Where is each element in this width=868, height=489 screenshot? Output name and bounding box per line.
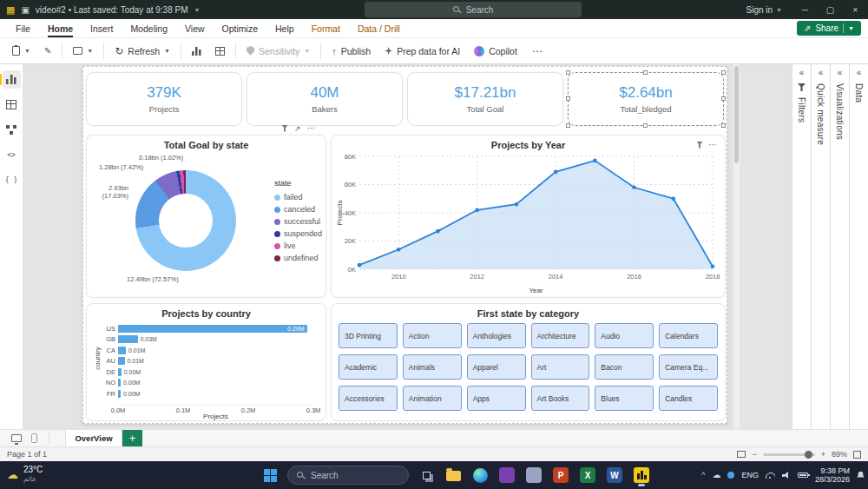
category-tile-3d-printing[interactable]: 3D Printing <box>339 323 398 348</box>
data-point-marker[interactable] <box>711 264 715 268</box>
bar-row-no[interactable]: NO0.00M <box>118 378 313 389</box>
menu-tab-modeling[interactable]: Modeling <box>122 19 176 37</box>
format-painter-button[interactable]: ✎ <box>41 43 55 58</box>
legend-item-undefined[interactable]: undefined <box>274 252 322 264</box>
bar-row-au[interactable]: AU0.01M <box>118 356 313 367</box>
paste-button[interactable]: ▼ <box>9 43 34 58</box>
selection-handle[interactable] <box>566 96 570 101</box>
canvas-scrollbar[interactable] <box>733 64 740 429</box>
bar-row-de[interactable]: DE0.00M <box>118 367 313 378</box>
ribbon-more-button[interactable]: ⋯ <box>528 45 547 57</box>
taskbar-excel-button[interactable]: X <box>576 464 599 486</box>
report-page[interactable]: 379KProjects40MBakers$17.21bnTotal Goal$… <box>82 66 727 424</box>
category-tile-accessories[interactable]: Accessories <box>339 386 398 411</box>
menu-tab-optimize[interactable]: Optimize <box>214 19 266 37</box>
global-search-box[interactable]: Search <box>365 2 582 17</box>
bar[interactable] <box>118 335 138 343</box>
expand-pane-icon[interactable]: « <box>857 69 862 77</box>
line-chart-visual[interactable]: ⋯ Projects by Year 0K20K40K60K80K2010201… <box>331 135 726 298</box>
data-point-marker[interactable] <box>436 229 440 234</box>
category-tile-anthologies[interactable]: Anthologies <box>467 323 526 348</box>
category-buttons-visual[interactable]: First state by category 3D PrintingActio… <box>331 303 726 421</box>
taskbar-powerpoint-button[interactable]: P <box>549 464 572 486</box>
category-tile-audio[interactable]: Audio <box>595 323 654 348</box>
report-view-button[interactable] <box>3 70 21 89</box>
page-tab-overview[interactable]: OverView <box>65 430 122 447</box>
language-indicator[interactable]: ENG <box>741 471 759 479</box>
bar-row-us[interactable]: US0.29M <box>118 323 313 334</box>
kpi-card-bakers[interactable]: 40MBakers <box>247 72 403 126</box>
category-tile-apparel[interactable]: Apparel <box>467 354 526 380</box>
category-tile-calendars[interactable]: Calendars <box>659 323 718 348</box>
pane-visualizations[interactable]: «Visualizations <box>830 64 849 429</box>
data-point-marker[interactable] <box>671 196 675 201</box>
menu-tab-home[interactable]: Home <box>39 19 82 37</box>
report-canvas[interactable]: 379KProjects40MBakers$17.21bnTotal Goal$… <box>23 64 792 429</box>
maximize-button[interactable]: ▢ <box>818 0 843 19</box>
model-view-button[interactable] <box>3 121 21 139</box>
bar-row-ca[interactable]: CA0.01M <box>118 345 313 356</box>
selection-handle[interactable] <box>721 123 726 128</box>
onedrive-cloud-icon[interactable]: ☁ <box>712 471 720 479</box>
legend-item-suspended[interactable]: suspended <box>274 228 322 240</box>
data-point-marker[interactable] <box>358 263 362 268</box>
more-options-icon[interactable]: ⋯ <box>307 123 316 133</box>
zoom-slider[interactable] <box>763 453 815 456</box>
zoom-slider-thumb[interactable] <box>805 451 812 459</box>
menu-tab-file[interactable]: File <box>7 19 39 37</box>
donut-chart-visual[interactable]: Total Goal by state 0.18bn (1.02%) 1.28b… <box>86 135 326 298</box>
save-icon[interactable]: ▣ <box>21 5 29 15</box>
battery-icon[interactable] <box>798 472 808 478</box>
selection-handle[interactable] <box>643 70 648 75</box>
menu-tab-insert[interactable]: Insert <box>82 19 122 37</box>
notification-bell-icon[interactable] <box>857 472 865 479</box>
data-point-marker[interactable] <box>397 248 401 252</box>
fullscreen-icon[interactable] <box>853 451 861 459</box>
category-tile-academic[interactable]: Academic <box>339 354 398 380</box>
fit-to-page-icon[interactable] <box>737 451 746 458</box>
selection-handle[interactable] <box>566 123 570 128</box>
menu-tab-help[interactable]: Help <box>266 19 303 37</box>
mobile-view-icon[interactable] <box>31 433 37 443</box>
category-tile-blues[interactable]: Blues <box>595 386 654 411</box>
copilot-button[interactable]: Copilot <box>470 43 521 59</box>
more-options-icon[interactable]: ⋯ <box>708 140 717 149</box>
pane-data[interactable]: «Data <box>849 64 868 429</box>
taskbar-search-box[interactable]: Search <box>287 466 409 485</box>
refresh-button[interactable]: ↻Refresh▼ <box>111 43 174 59</box>
new-table-button[interactable] <box>212 44 228 58</box>
scrollbar-thumb[interactable] <box>734 66 739 163</box>
hidden-icons-chevron[interactable]: ^ <box>701 471 705 479</box>
kpi-card-projects[interactable]: 379KProjects <box>86 72 242 126</box>
zoom-out-button[interactable]: − <box>752 450 756 459</box>
expand-pane-icon[interactable]: « <box>799 69 805 77</box>
pane-filters[interactable]: «Filters <box>792 64 811 429</box>
new-visual-button[interactable] <box>188 44 205 58</box>
wifi-icon[interactable] <box>766 472 775 479</box>
category-tile-bacon[interactable]: Bacon <box>595 354 654 380</box>
category-tile-animals[interactable]: Animals <box>403 354 462 380</box>
taskbar-task-view-button[interactable] <box>415 464 437 486</box>
category-tile-art-books[interactable]: Art Books <box>531 386 590 411</box>
category-tile-action[interactable]: Action <box>403 323 462 348</box>
taskbar-file-explorer-button[interactable] <box>442 464 464 486</box>
category-tile-apps[interactable]: Apps <box>467 386 526 411</box>
line-chart-plot[interactable]: 0K20K40K60K80K20102012201420162018YearPr… <box>335 151 723 295</box>
table-view-button[interactable] <box>3 96 21 114</box>
bar-row-gb[interactable]: GB0.03M <box>118 334 313 346</box>
prep-data-ai-button[interactable]: Prep data for AI <box>381 43 464 59</box>
selection-handle[interactable] <box>721 70 726 75</box>
data-point-marker[interactable] <box>515 202 519 207</box>
bar[interactable] <box>118 368 122 376</box>
category-tile-architecture[interactable]: Architecture <box>531 323 590 348</box>
desktop-view-icon[interactable] <box>11 434 22 442</box>
sign-in-button[interactable]: Sign in ▼ <box>735 5 792 15</box>
zoom-in-button[interactable]: + <box>821 450 825 459</box>
category-tile-animation[interactable]: Animation <box>403 386 462 411</box>
legend-item-canceled[interactable]: canceled <box>274 203 322 215</box>
clock[interactable]: 9:38 PM 28/3/2026 <box>815 466 850 485</box>
bar[interactable] <box>118 379 121 387</box>
pane-quick-measure[interactable]: «Quick measure <box>811 64 830 429</box>
category-tile-camera-eq[interactable]: Camera Eq... <box>659 354 718 380</box>
tmdl-view-button[interactable]: { } <box>3 171 21 189</box>
